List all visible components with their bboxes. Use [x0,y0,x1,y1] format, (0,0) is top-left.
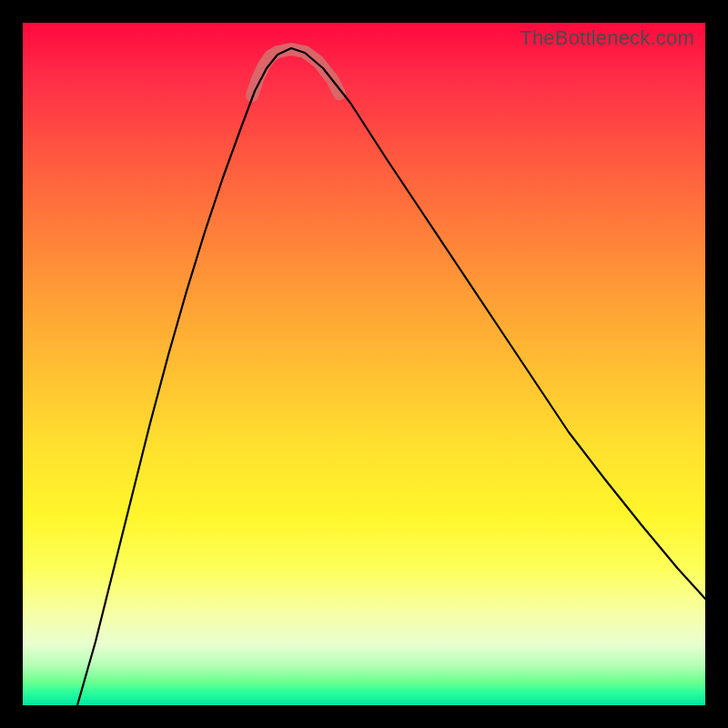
bottleneck-curve [77,48,705,705]
chart-canvas: TheBottleneck.com [23,23,705,705]
plot-svg [23,23,705,705]
watermark-text: TheBottleneck.com [520,26,694,50]
